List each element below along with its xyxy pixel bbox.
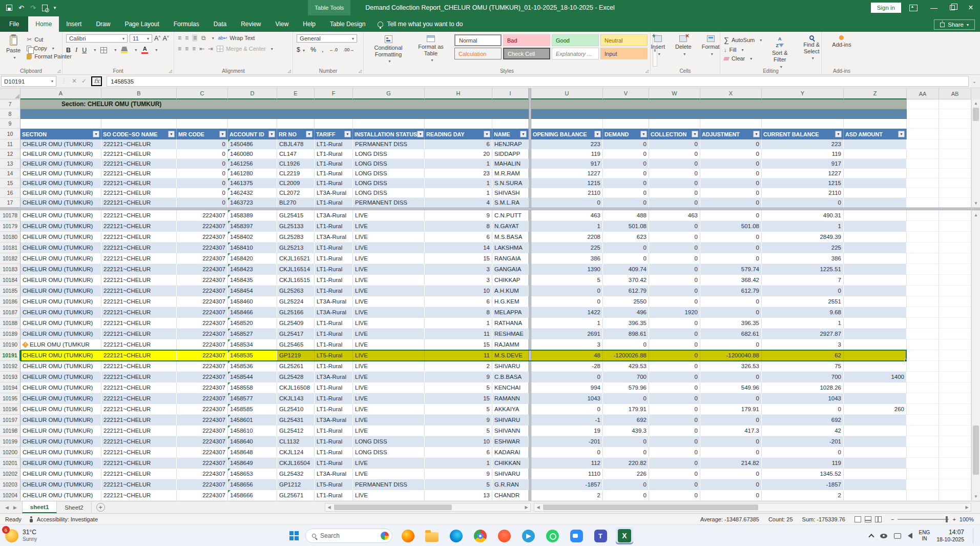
cell-so[interactable]: 222121~CHELUR bbox=[101, 286, 177, 296]
cell-acct[interactable]: 1458397 bbox=[228, 221, 277, 232]
row-header[interactable]: 10197 bbox=[0, 415, 20, 426]
cell-name[interactable]: GANGAIA bbox=[492, 264, 529, 275]
filter-icon[interactable]: ▼ bbox=[168, 131, 175, 137]
cell-tariff[interactable]: LT1-Rural bbox=[315, 339, 353, 350]
cell-acct[interactable]: 1458410 bbox=[228, 242, 277, 253]
cell[interactable] bbox=[939, 159, 971, 169]
cell[interactable] bbox=[939, 350, 971, 361]
cell-adj[interactable]: 0 bbox=[700, 253, 762, 264]
cell[interactable] bbox=[907, 393, 939, 404]
cell-asd[interactable] bbox=[844, 169, 907, 178]
cell-tariff[interactable]: LT3A-Rural bbox=[315, 307, 353, 318]
fill-color-icon[interactable] bbox=[121, 47, 128, 53]
cell[interactable] bbox=[939, 99, 971, 109]
align-right-icon[interactable]: ≡ bbox=[192, 45, 195, 52]
cell-ob[interactable]: 2110 bbox=[531, 188, 603, 198]
zoom-out-icon[interactable]: − bbox=[891, 516, 894, 522]
cell-section[interactable]: CHELUR OMU (TUMKUR) bbox=[20, 242, 101, 253]
cell-acct[interactable]: 1450486 bbox=[228, 139, 277, 149]
cell-coll[interactable]: 0 bbox=[649, 169, 700, 178]
cell-name[interactable]: SHIVARU bbox=[492, 361, 529, 372]
cell-style-neutral[interactable]: Neutral bbox=[600, 34, 648, 46]
cell-rday[interactable]: 6 bbox=[425, 232, 492, 242]
cell-ob[interactable]: 0 bbox=[531, 198, 603, 208]
cell-ob[interactable]: 2691 bbox=[531, 329, 603, 339]
cell[interactable] bbox=[907, 275, 939, 286]
cell-tariff[interactable]: LT1-Rural bbox=[315, 139, 353, 149]
cell-status[interactable]: PERMANENT DISS bbox=[353, 198, 425, 208]
cell-rr[interactable]: CBJL478 bbox=[277, 139, 315, 149]
cell-cb[interactable]: 917 bbox=[762, 159, 844, 169]
font-family-select[interactable]: Calibri▾ bbox=[66, 34, 128, 43]
cell-section[interactable]: ELUR OMU (TUMKUR bbox=[20, 339, 101, 350]
cell-ob[interactable]: 0 bbox=[531, 286, 603, 296]
row-header[interactable]: 10 bbox=[0, 129, 20, 139]
insert-function-icon[interactable]: fx bbox=[91, 76, 102, 86]
zoom-level[interactable]: 100% bbox=[960, 516, 974, 522]
cell-so[interactable]: 222121~CHELUR bbox=[101, 232, 177, 242]
cell-name[interactable]: ESHWAR bbox=[492, 436, 529, 447]
ribbon-tab-insert[interactable]: Insert bbox=[59, 16, 89, 32]
cell-cb[interactable]: 9.68 bbox=[762, 307, 844, 318]
cell-section[interactable]: CHELUR OMU (TUMKUR) bbox=[20, 188, 101, 198]
scroll-down-icon[interactable]: ▼ bbox=[973, 493, 979, 499]
taskbar-clock[interactable]: 14:07 18-10-2025 bbox=[936, 529, 964, 543]
cell-name[interactable]: M.S.BASA bbox=[492, 232, 529, 242]
cell-style-explanatory-[interactable]: Explanatory ... bbox=[552, 48, 599, 59]
cell-adj[interactable]: 0 bbox=[700, 393, 762, 404]
cell[interactable] bbox=[762, 119, 844, 129]
cell-rr[interactable]: BL270 bbox=[277, 198, 315, 208]
cell-mr[interactable]: 2224307 bbox=[177, 426, 228, 436]
cell-mr[interactable]: 2224307 bbox=[177, 490, 228, 501]
horizontal-scrollbar-left[interactable]: ◀ ▶ bbox=[325, 503, 531, 512]
cell-ob[interactable]: 1227 bbox=[531, 169, 603, 178]
cell[interactable] bbox=[939, 221, 971, 232]
cell-ob[interactable]: 0 bbox=[531, 372, 603, 382]
cell-tariff[interactable]: LT1-Rural bbox=[315, 221, 353, 232]
sheet-nav-left-icon[interactable]: ◀ bbox=[5, 505, 9, 510]
zoom-in-icon[interactable]: + bbox=[952, 516, 955, 522]
cell[interactable] bbox=[907, 436, 939, 447]
cell-name[interactable]: RATHANA bbox=[492, 318, 529, 329]
cell-dem[interactable]: 2550 bbox=[603, 296, 649, 307]
cell-rday[interactable]: 15 bbox=[425, 253, 492, 264]
table-column-header[interactable]: SECTION▼ bbox=[20, 129, 101, 139]
cell-acct[interactable]: 1463723 bbox=[228, 198, 277, 208]
cell-dem[interactable]: 226 bbox=[603, 469, 649, 479]
cell-so[interactable]: 222121~CHELUR bbox=[101, 415, 177, 426]
cell-asd[interactable] bbox=[844, 329, 907, 339]
ribbon-tab-data[interactable]: Data bbox=[206, 16, 234, 32]
cell-acct[interactable]: 1458666 bbox=[228, 490, 277, 501]
cell-adj[interactable]: 0 bbox=[700, 198, 762, 208]
filter-icon[interactable]: ▼ bbox=[344, 131, 351, 137]
cell-adj[interactable]: 0 bbox=[700, 296, 762, 307]
cell-status[interactable]: LIVE bbox=[353, 275, 425, 286]
cell-rr[interactable]: GL25415 bbox=[277, 210, 315, 221]
row-header[interactable]: 15 bbox=[0, 178, 20, 188]
cell-rday[interactable]: 15 bbox=[425, 393, 492, 404]
cell-asd[interactable] bbox=[844, 178, 907, 188]
cell-ob[interactable]: 386 bbox=[531, 253, 603, 264]
cell-dem[interactable]: 0 bbox=[603, 149, 649, 159]
ribbon-tab-file[interactable]: File bbox=[0, 16, 28, 32]
cell-rr[interactable]: GL25283 bbox=[277, 232, 315, 242]
cell-acct[interactable]: 1458653 bbox=[228, 469, 277, 479]
cell-ob[interactable]: 0 bbox=[531, 404, 603, 415]
cell[interactable] bbox=[907, 99, 939, 109]
cell-acct[interactable]: 1458520 bbox=[228, 318, 277, 329]
cell[interactable] bbox=[939, 339, 971, 350]
align-left-icon[interactable]: ≡ bbox=[178, 45, 181, 52]
cell-name[interactable]: M.S.DEVE bbox=[492, 350, 529, 361]
cell-adj[interactable]: 0 bbox=[700, 479, 762, 490]
show-desktop-button[interactable] bbox=[973, 528, 976, 543]
cell[interactable] bbox=[907, 210, 939, 221]
cell-adj[interactable]: 0 bbox=[700, 447, 762, 458]
cell-rr[interactable]: CL147 bbox=[277, 149, 315, 159]
autosum-button[interactable]: ∑AutoSum▾ bbox=[724, 36, 762, 44]
cell-name[interactable]: RAJAMM bbox=[492, 339, 529, 350]
print-preview-icon[interactable] bbox=[42, 5, 48, 11]
row-header[interactable]: 10190 bbox=[0, 339, 20, 350]
cell[interactable] bbox=[907, 404, 939, 415]
cell-coll[interactable]: 0 bbox=[649, 264, 700, 275]
cell-cb[interactable]: 223 bbox=[762, 139, 844, 149]
